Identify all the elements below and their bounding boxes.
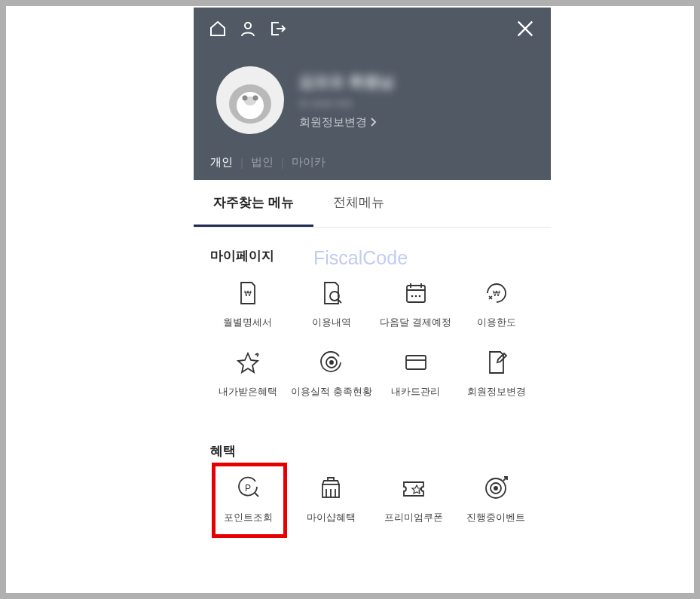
item-usage-status[interactable]: 이용실적 충족현황 (291, 347, 372, 399)
tab-personal[interactable]: 개인 (210, 155, 233, 170)
section-mypage: 마이페이지 ₩ 월별명세서 (194, 228, 551, 406)
grid-label: 내카드관리 (391, 385, 440, 399)
profile-id: ID 0000 000 (299, 98, 394, 109)
section-benefits-title: 혜택 (210, 442, 534, 460)
svg-point-10 (414, 295, 417, 298)
target-icon (316, 347, 347, 377)
item-point-query[interactable]: P 포인트조회 (210, 473, 287, 524)
profile-info: 김모모 회원님 ID 0000 000 회원정보변경 (299, 72, 394, 130)
item-myshop-benefits[interactable]: 마이샵혜택 (293, 473, 370, 524)
coupon-icon (399, 473, 429, 503)
item-received-benefits[interactable]: 내가받은혜택 (210, 347, 285, 399)
grid-label: 이용실적 충족현황 (291, 385, 372, 399)
point-icon: P (234, 473, 264, 503)
app-container: 김모모 회원님 ID 0000 000 회원정보변경 개인 | 법인 | 마이카 (194, 8, 551, 532)
profile-edit-link[interactable]: 회원정보변경 (299, 115, 394, 130)
home-icon[interactable] (209, 20, 227, 38)
history-icon (316, 278, 347, 308)
edit-icon (481, 347, 512, 377)
app-frame: 김모모 회원님 ID 0000 000 회원정보변경 개인 | 법인 | 마이카 (6, 6, 694, 593)
section-mypage-title: 마이페이지 (210, 247, 534, 264)
card-icon (401, 347, 431, 377)
item-ongoing-event[interactable]: 진행중이벤트 (458, 473, 535, 524)
svg-text:P: P (245, 483, 251, 494)
grid-label: 이용내역 (312, 316, 351, 329)
item-premium-coupon[interactable]: 프리미엄쿠폰 (375, 473, 452, 524)
grid-label: 프리미엄쿠폰 (384, 511, 443, 524)
item-next-payment[interactable]: 다음달 결제예정 (378, 278, 453, 329)
svg-point-20 (494, 487, 497, 490)
star-icon (233, 347, 263, 377)
schedule-icon (401, 278, 431, 308)
account-type-tabs: 개인 | 법인 | 마이카 (194, 155, 551, 180)
logout-icon[interactable] (269, 20, 287, 38)
tab-frequent-menu[interactable]: 자주찾는 메뉴 (194, 180, 313, 227)
profile-name: 김모모 회원님 (299, 72, 394, 92)
svg-point-4 (243, 96, 248, 101)
svg-point-0 (245, 23, 251, 29)
event-icon (481, 473, 511, 503)
header: 김모모 회원님 ID 0000 000 회원정보변경 개인 | 법인 | 마이카 (194, 8, 551, 180)
svg-text:₩: ₩ (493, 289, 500, 298)
grid-label: 내가받은혜택 (219, 385, 277, 399)
shop-icon (316, 473, 346, 503)
svg-point-5 (253, 96, 258, 101)
item-usage-history[interactable]: 이용내역 (291, 278, 372, 329)
item-usage-limit[interactable]: ₩ 이용한도 (460, 278, 534, 329)
svg-text:₩: ₩ (244, 289, 252, 298)
tab-mycar[interactable]: 마이카 (292, 155, 326, 170)
limit-icon: ₩ (481, 278, 512, 308)
avatar[interactable] (216, 66, 284, 134)
benefits-grid: P 포인트조회 마이샵혜택 (210, 473, 534, 524)
profile-section: 김모모 회원님 ID 0000 000 회원정보변경 (194, 50, 551, 155)
statement-icon: ₩ (233, 278, 263, 308)
toolbar (194, 8, 551, 50)
user-icon[interactable] (239, 20, 257, 38)
svg-point-9 (411, 295, 413, 298)
item-edit-info[interactable]: 회원정보변경 (460, 347, 534, 399)
mypage-grid: ₩ 월별명세서 이용내역 (210, 278, 534, 399)
tab-all-menu[interactable]: 전체메뉴 (313, 180, 404, 227)
close-icon[interactable] (515, 18, 536, 39)
svg-point-14 (330, 361, 333, 364)
grid-label: 포인트조회 (224, 511, 273, 524)
svg-point-11 (418, 295, 420, 298)
section-benefits: 혜택 P 포인트조회 (194, 406, 551, 532)
svg-rect-8 (407, 286, 425, 302)
chevron-right-icon (370, 117, 377, 127)
grid-label: 진행중이벤트 (466, 511, 525, 524)
svg-rect-15 (406, 356, 426, 369)
grid-label: 마이샵혜택 (307, 511, 356, 524)
tab-corporate[interactable]: 법인 (251, 155, 274, 170)
menu-tabs: 자주찾는 메뉴 전체메뉴 (194, 180, 551, 228)
item-monthly-statement[interactable]: ₩ 월별명세서 (210, 278, 285, 329)
grid-label: 다음달 결제예정 (380, 316, 451, 329)
grid-label: 월별명세서 (223, 316, 272, 329)
grid-label: 회원정보변경 (467, 385, 526, 399)
profile-edit-label: 회원정보변경 (299, 115, 367, 130)
item-card-manage[interactable]: 내카드관리 (378, 347, 453, 399)
grid-label: 이용한도 (477, 316, 516, 329)
